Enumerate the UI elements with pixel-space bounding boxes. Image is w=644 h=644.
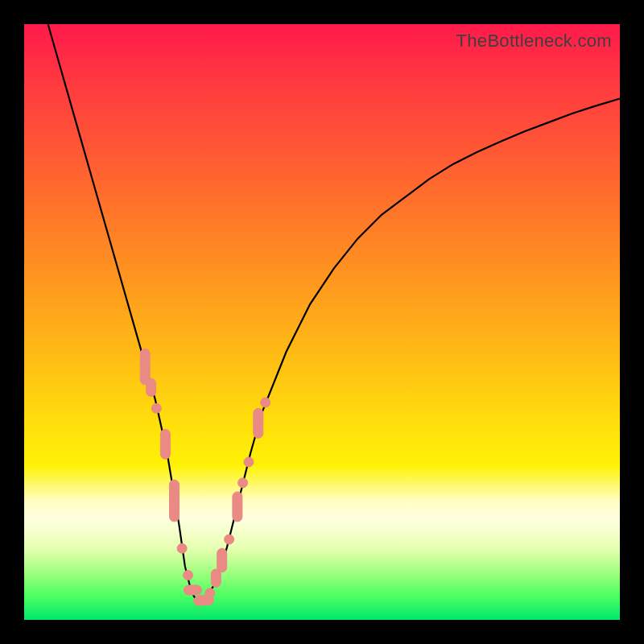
marker-dot — [151, 403, 161, 413]
marker-dot — [225, 535, 234, 544]
marker-dot — [238, 478, 248, 488]
marker-pill — [184, 585, 201, 595]
chart-frame: TheBottleneck.com — [0, 0, 644, 644]
chart-svg — [24, 24, 620, 620]
marker-dot — [244, 457, 254, 467]
marker-dot — [184, 571, 193, 580]
marker-pill — [217, 548, 227, 572]
marker-dot — [177, 543, 187, 553]
marker-dot — [261, 398, 270, 407]
marker-pill — [170, 480, 180, 522]
marker-pill — [147, 378, 156, 396]
marker-pill — [233, 492, 242, 522]
marker-pill — [254, 408, 263, 438]
marker-pill — [160, 429, 170, 459]
bottleneck-curve — [48, 24, 620, 602]
plot-area: TheBottleneck.com — [24, 24, 620, 620]
marker-group — [140, 349, 270, 605]
marker-dot — [205, 588, 215, 598]
